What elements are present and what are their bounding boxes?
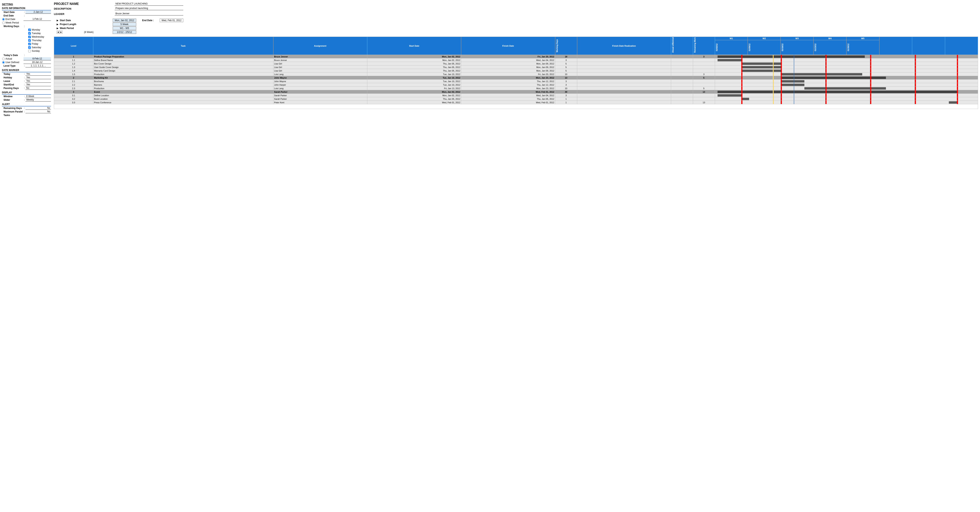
task-row[interactable]: 3EventSarah ParkerMon, Jan 02, 2012Wed, … <box>54 90 978 94</box>
gantt-cell <box>715 65 978 69</box>
task-row[interactable]: 3.3Press ConferencePeter KentWed, Feb 01… <box>54 101 978 104</box>
cell-ahead-behind <box>671 97 693 101</box>
marker-red <box>826 94 827 97</box>
day-checkbox-saturday[interactable] <box>28 46 31 49</box>
marker-red <box>957 101 958 104</box>
startend-marker-input[interactable]: Yes <box>25 83 51 86</box>
cell-finish-realization[interactable] <box>577 65 671 69</box>
scroll-right-icon[interactable]: ▶ <box>60 31 62 33</box>
marker-red <box>826 69 827 72</box>
user-defined-radio[interactable] <box>2 61 5 64</box>
end-date-radio[interactable] <box>2 18 5 21</box>
marker-red <box>870 59 871 62</box>
actual-date-value[interactable]: 6-Feb-12 <box>24 57 51 60</box>
cell-level: 2.1 <box>54 80 93 83</box>
cell-finish-realization[interactable] <box>577 62 671 65</box>
cell-finish-date: Wed, Feb 01, 2012 <box>461 101 555 104</box>
day-checkbox-tuesday[interactable] <box>28 32 31 35</box>
col-week-4: W4 <box>813 37 846 40</box>
marker-red <box>915 87 916 90</box>
marker-red <box>957 65 958 69</box>
user-defined-date-value[interactable]: 18-Jan-12 <box>24 61 51 64</box>
day-checkbox-monday[interactable] <box>28 29 31 31</box>
cell-finish-realization[interactable] <box>577 83 671 87</box>
marker-yellow <box>773 65 773 69</box>
holiday-marker-label: Holiday <box>2 76 24 79</box>
max-parallel-input[interactable]: No <box>25 110 51 113</box>
day-label: Friday <box>32 43 38 45</box>
marker-blue <box>794 94 794 97</box>
cell-finish-realization[interactable] <box>577 59 671 62</box>
task-row[interactable]: 3.2Book LocationSarah ParkerThu, Jan 05,… <box>54 97 978 101</box>
cell-finish-realization[interactable] <box>577 97 671 101</box>
cell-finish-date: Mon, Jan 09, 2012 <box>461 65 555 69</box>
cell-start-date: Wed, Feb 01, 2012 <box>367 101 461 104</box>
cell-finish-realization[interactable] <box>577 94 671 97</box>
task-row[interactable]: 3.1Define LocationSarah ParkerMon, Jan 0… <box>54 94 978 97</box>
gantt-grid: Level Task Assignment Start Date Finish … <box>54 37 978 109</box>
remaining-days-input[interactable]: No <box>25 107 51 110</box>
marker-red <box>957 73 958 76</box>
cell-working-days: 30 <box>555 90 577 94</box>
cell-assignment: Lois Lang <box>273 87 367 90</box>
marker-blue <box>794 87 794 90</box>
actual-label: Actual <box>5 57 24 60</box>
cell-task: Warranty Card Design <box>93 69 273 73</box>
leader-input[interactable]: Bruce Jenner <box>115 12 183 16</box>
cell-finish-realization[interactable] <box>577 90 671 94</box>
cell-level: 3.1 <box>54 94 93 97</box>
project-length-label: Project Length <box>60 23 113 25</box>
cell-remaining <box>693 83 715 87</box>
cell-level: 1.5 <box>54 73 93 76</box>
cell-finish-realization[interactable] <box>577 69 671 73</box>
cell-level: 3 <box>54 90 93 94</box>
task-row[interactable]: 2.3ProductionLois LangFri, Jan 13, 2012M… <box>54 87 978 90</box>
today-marker-input[interactable]: Yes <box>25 73 51 76</box>
day-checkbox-wednesday[interactable] <box>28 36 31 38</box>
marker-red <box>781 62 782 65</box>
day-checkbox-friday[interactable] <box>28 43 31 45</box>
task-row[interactable]: 1.4Warranty Card DesignLisa GirlThu, Jan… <box>54 69 978 73</box>
leave-marker-input[interactable]: Yes <box>25 80 51 83</box>
task-row[interactable]: 2.2BannersJohn HarperTue, Jan 10, 2012Th… <box>54 83 978 87</box>
cell-finish-realization[interactable] <box>577 55 671 59</box>
end-date-input[interactable]: 1-Feb-12 <box>24 17 51 21</box>
day-checkbox-thursday[interactable] <box>28 39 31 42</box>
actual-radio[interactable] <box>2 57 5 60</box>
cell-finish-realization[interactable] <box>577 76 671 80</box>
task-row[interactable]: 1.2Box Cover DesignLisa GirlThu, Jan 05,… <box>54 62 978 65</box>
cell-finish-realization[interactable] <box>577 80 671 83</box>
holiday-marker-input[interactable]: Yes <box>25 76 51 79</box>
task-row[interactable]: 1.3User Guide Cover DesignLisa GirlThu, … <box>54 65 978 69</box>
task-row[interactable]: 2Marketing KitJohn WayneTue, Jan 10, 201… <box>54 76 978 80</box>
marker-red <box>915 73 916 76</box>
start-date-label: Start Date <box>2 11 24 14</box>
cell-assignment: Lisa Girl <box>273 69 367 73</box>
description-input[interactable]: Prepare new product launching <box>115 6 183 10</box>
cell-working-days: 3 <box>555 80 577 83</box>
date-col-2: 01/09/12 <box>748 40 781 55</box>
cell-finish-realization[interactable] <box>577 101 671 104</box>
level-type-input[interactable]: 1; 1.1; 1.1.1; .. <box>25 64 51 67</box>
scroll-left-icon[interactable]: ◀ <box>57 31 60 33</box>
cell-finish-realization[interactable] <box>577 87 671 90</box>
start-date-input[interactable]: 2-Jan-12 <box>25 11 51 14</box>
today-marker-label: Today <box>2 73 24 75</box>
cell-level: 2 <box>54 76 93 80</box>
marker-red <box>741 76 743 80</box>
window-input[interactable]: 8 Week <box>25 95 51 98</box>
week-period-radio[interactable] <box>2 22 5 24</box>
cell-finish-realization[interactable] <box>577 73 671 76</box>
project-name-input[interactable]: NEW PRODUCT LAUNCHING <box>115 2 183 6</box>
day-checkbox-sunday[interactable] <box>28 50 31 52</box>
task-row[interactable]: 2.1BrochuresJohn WayneTue, Jan 10, 2012T… <box>54 80 978 83</box>
slider-input[interactable]: Weekly <box>25 99 51 102</box>
col-ahead-behind: Ahead of/Behind <box>671 37 693 55</box>
passing-marker-input[interactable]: No <box>25 87 51 90</box>
cell-task: Production <box>93 87 273 90</box>
marker-red <box>781 80 782 83</box>
scroll-control[interactable]: ◀ ▶ <box>57 30 62 34</box>
task-row[interactable]: 1Product Package PreparationBruce Jenner… <box>54 55 978 59</box>
task-row[interactable]: 1.5ProductionLois LangTue, Jan 10, 2012F… <box>54 73 978 76</box>
task-row[interactable]: 1.1Define Brand NameBruce JennerMon, Jan… <box>54 59 978 62</box>
